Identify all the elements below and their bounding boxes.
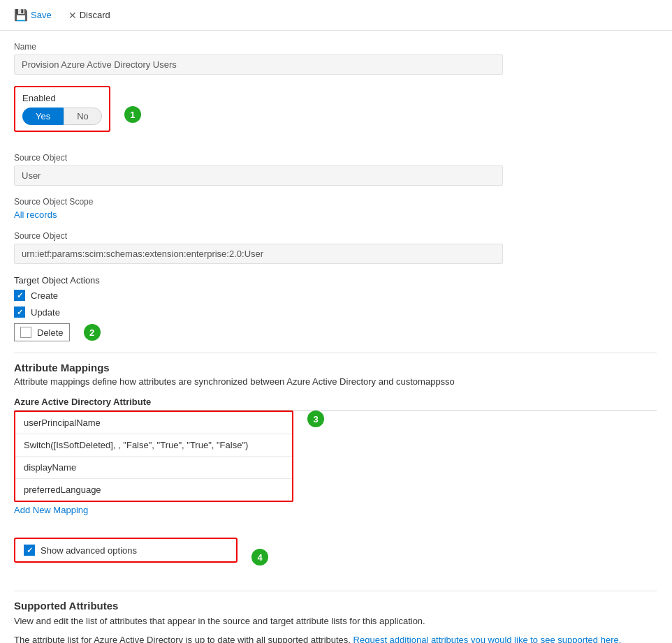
mapping-row[interactable]: displayName [15, 457, 292, 479]
supported-attributes-section: Supported Attributes View and edit the l… [14, 600, 657, 643]
column-header: Azure Active Directory Attribute [14, 394, 657, 411]
toggle-container: Yes No [22, 108, 102, 125]
update-row: Update [14, 306, 657, 318]
enabled-label: Enabled [22, 93, 102, 103]
content-area: Name Provision Azure Active Directory Us… [0, 31, 671, 643]
mapping-cell: displayName [24, 462, 76, 473]
advanced-options-label: Show advanced options [41, 545, 137, 556]
mapping-row[interactable]: userPrincipalName [15, 412, 292, 434]
delete-checkbox[interactable] [20, 327, 31, 338]
delete-label: Delete [37, 327, 64, 338]
advanced-options-checkbox[interactable] [24, 545, 35, 556]
source-object-scope-label: Source Object Scope [14, 197, 657, 207]
all-records-link[interactable]: All records [14, 209, 57, 220]
source-object-label: Source Object [14, 153, 657, 163]
toggle-yes-button[interactable]: Yes [22, 108, 64, 125]
source-object-scope-section: Source Object Scope All records [14, 197, 657, 220]
target-object-actions-section: Target Object Actions Create Update Dele… [14, 275, 657, 341]
supported-info-text: The attribute list for Azure Active Dire… [14, 635, 353, 643]
target-object-actions-label: Target Object Actions [14, 275, 657, 286]
update-label: Update [31, 307, 60, 318]
toggle-no-button[interactable]: No [64, 108, 102, 125]
create-checkbox[interactable] [14, 290, 25, 301]
name-section: Name Provision Azure Active Directory Us… [14, 42, 657, 75]
add-new-mapping-link[interactable]: Add New Mapping [14, 505, 88, 515]
name-label: Name [14, 42, 657, 52]
mapping-cell: preferredLanguage [24, 485, 101, 495]
mapping-cell: userPrincipalName [24, 417, 101, 428]
name-value: Provision Azure Active Directory Users [14, 54, 503, 75]
badge-1: 1 [124, 106, 141, 123]
toolbar: 💾 Save ✕ Discard [0, 0, 672, 31]
discard-icon: ✕ [68, 10, 77, 21]
mapping-cell: Switch([IsSoftDeleted], , "False", "True… [24, 440, 248, 450]
update-checkbox[interactable] [14, 306, 25, 318]
source-object-value: User [14, 165, 503, 186]
request-attributes-link[interactable]: Request additional attributes you would … [353, 635, 622, 643]
attribute-mappings-section: Attribute Mappings Attribute mappings de… [14, 362, 657, 526]
source-object-urn-value: urn:ietf:params:scim:schemas:extension:e… [14, 244, 503, 264]
source-object-urn-label: Source Object [14, 231, 657, 241]
discard-button[interactable]: ✕ Discard [66, 7, 113, 24]
badge-4: 4 [251, 549, 268, 566]
save-label: Save [31, 10, 52, 20]
mapping-row[interactable]: preferredLanguage [15, 479, 292, 501]
delete-row: Delete [14, 323, 70, 341]
source-object-urn-section: Source Object urn:ietf:params:scim:schem… [14, 231, 657, 264]
badge-2: 2 [84, 324, 101, 341]
advanced-options-section: Show advanced options [14, 538, 238, 563]
create-label: Create [31, 290, 58, 301]
mapping-row[interactable]: Switch([IsSoftDeleted], , "False", "True… [15, 434, 292, 457]
discard-label: Discard [80, 10, 110, 20]
source-object-section: Source Object User [14, 153, 657, 186]
supported-attributes-description: View and edit the list of attributes tha… [14, 616, 657, 626]
create-row: Create [14, 290, 657, 301]
supported-attributes-heading: Supported Attributes [14, 600, 657, 612]
badge-3: 3 [307, 411, 324, 427]
supported-attributes-info: The attribute list for Azure Active Dire… [14, 633, 657, 643]
enabled-section: Enabled Yes No [14, 86, 110, 132]
attribute-mappings-heading: Attribute Mappings [14, 362, 657, 374]
attribute-mappings-description: Attribute mappings define how attributes… [14, 376, 657, 387]
save-button[interactable]: 💾 Save [11, 6, 54, 24]
save-icon: 💾 [14, 8, 28, 22]
mapping-table: userPrincipalName Switch([IsSoftDeleted]… [14, 411, 293, 502]
